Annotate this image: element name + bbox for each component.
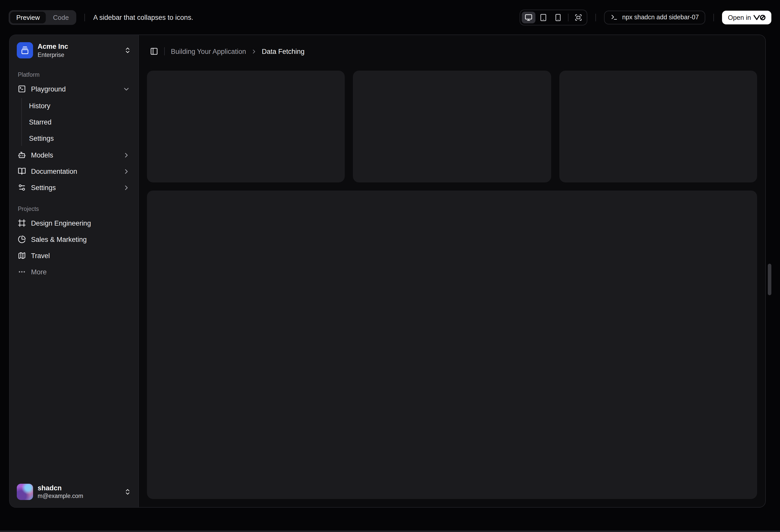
toolbar-divider [85, 13, 85, 21]
toolbar: Preview Code A sidebar that collapses to… [0, 0, 780, 35]
sidebar-item-label: Playground [31, 85, 66, 93]
user-email: m@example.com [38, 492, 83, 500]
user-menu[interactable]: shadcn m@example.com [14, 480, 134, 503]
next-section-edge [0, 530, 780, 532]
sidebar-item-settings[interactable]: Settings [14, 179, 134, 196]
sidebar-toggle-button[interactable] [147, 44, 161, 58]
device-phone-button[interactable] [551, 11, 565, 23]
v0-logo-icon [753, 14, 766, 20]
sidebar-item-label: Design Engineering [31, 219, 91, 227]
playground-submenu: History Starred Settings [21, 98, 134, 146]
user-avatar [17, 484, 33, 500]
breadcrumb-page: Data Fetching [262, 48, 304, 55]
gallery-vertical-end-icon [21, 46, 29, 54]
sidebar-item-sales-marketing[interactable]: Sales & Marketing [14, 231, 134, 248]
settings-2-icon [18, 184, 26, 192]
panel-left-icon [150, 47, 158, 55]
toolbar-divider [714, 13, 714, 21]
placeholder-main-card [147, 191, 757, 499]
chevron-right-icon [251, 48, 257, 55]
page: Preview Code A sidebar that collapses to… [0, 0, 780, 532]
user-name: shadcn [38, 483, 83, 492]
chart-pie-icon [18, 235, 26, 244]
placeholder-card [353, 71, 551, 182]
fullscreen-icon [574, 13, 582, 21]
square-terminal-icon [18, 85, 26, 93]
chevron-down-icon [123, 85, 130, 93]
sidebar-item-travel[interactable]: Travel [14, 248, 134, 264]
team-switcher[interactable]: Acme Inc Enterprise [14, 39, 134, 62]
sidebar-item-label: Sales & Marketing [31, 236, 87, 244]
monitor-icon [525, 13, 532, 21]
sidebar-subitem-starred[interactable]: Starred [25, 115, 134, 130]
chevrons-up-down-icon [124, 488, 131, 495]
sidebar-subitem-history[interactable]: History [25, 98, 134, 114]
sidebar-item-label: Settings [31, 184, 56, 192]
preview-frame: Acme Inc Enterprise Platform Playground [9, 35, 766, 508]
sidebar-footer: shadcn m@example.com [14, 480, 134, 503]
tablet-icon [539, 13, 547, 21]
book-open-icon [18, 167, 26, 175]
sidebar-item-label: More [31, 268, 47, 276]
device-desktop-button[interactable] [522, 11, 535, 23]
terminal-icon [611, 14, 618, 21]
sidebar-group-platform: Platform Playground History Starred Sett… [14, 69, 134, 196]
smartphone-icon [554, 13, 562, 21]
placeholder-card-row [139, 67, 765, 182]
ellipsis-icon [18, 268, 26, 276]
block-description: A sidebar that collapses to icons. [93, 13, 193, 21]
page-scrollbar-thumb[interactable] [768, 264, 771, 295]
group-label: Projects [14, 203, 134, 215]
sidebar-item-label: Models [31, 151, 53, 159]
placeholder-card [559, 71, 757, 182]
breadcrumb-section[interactable]: Building Your Application [171, 48, 246, 55]
sidebar-item-playground[interactable]: Playground [14, 81, 134, 97]
install-command[interactable]: npx shadcn add sidebar-07 [604, 10, 705, 24]
install-command-text: npx shadcn add sidebar-07 [622, 14, 699, 21]
chevron-right-icon [123, 151, 130, 159]
breadcrumb: Building Your Application Data Fetching [171, 48, 304, 55]
toolbar-left: Preview Code A sidebar that collapses to… [9, 10, 193, 24]
content-header: Building Your Application Data Fetching [139, 35, 765, 67]
sidebar-item-label: Travel [31, 252, 50, 260]
team-plan: Enterprise [38, 51, 68, 59]
chevrons-up-down-icon [124, 47, 131, 54]
team-name: Acme Inc [38, 42, 68, 51]
device-group-divider [568, 13, 568, 21]
tab-code[interactable]: Code [47, 11, 75, 23]
device-tablet-button[interactable] [536, 11, 550, 23]
header-divider [164, 47, 165, 55]
frame-icon [18, 219, 26, 227]
chevron-right-icon [123, 168, 130, 175]
sidebar-item-documentation[interactable]: Documentation [14, 163, 134, 179]
tab-preview[interactable]: Preview [10, 11, 46, 23]
view-toggle-group: Preview Code [9, 10, 77, 24]
open-in-v0-button[interactable]: Open in [722, 10, 771, 24]
team-logo [17, 42, 33, 58]
sidebar-subitem-settings[interactable]: Settings [25, 131, 134, 146]
group-label: Platform [14, 69, 134, 81]
placeholder-card [147, 71, 345, 182]
sidebar-group-projects: Projects Design Engineering Sales & Mark… [14, 203, 134, 280]
open-in-v0-label: Open in [728, 13, 751, 21]
sidebar-item-more[interactable]: More [14, 264, 134, 280]
sidebar-item-design-engineering[interactable]: Design Engineering [14, 215, 134, 231]
device-toggle-group [520, 9, 587, 25]
sidebar-item-models[interactable]: Models [14, 147, 134, 163]
toolbar-divider [595, 13, 596, 21]
chevron-right-icon [123, 184, 130, 192]
bot-icon [18, 151, 26, 159]
app-sidebar: Acme Inc Enterprise Platform Playground [10, 35, 139, 507]
fullscreen-button[interactable] [571, 11, 585, 23]
sidebar-item-label: Documentation [31, 168, 77, 175]
main-content: Building Your Application Data Fetching [139, 35, 765, 507]
map-icon [18, 252, 26, 260]
toolbar-right: npx shadcn add sidebar-07 Open in [520, 9, 771, 25]
